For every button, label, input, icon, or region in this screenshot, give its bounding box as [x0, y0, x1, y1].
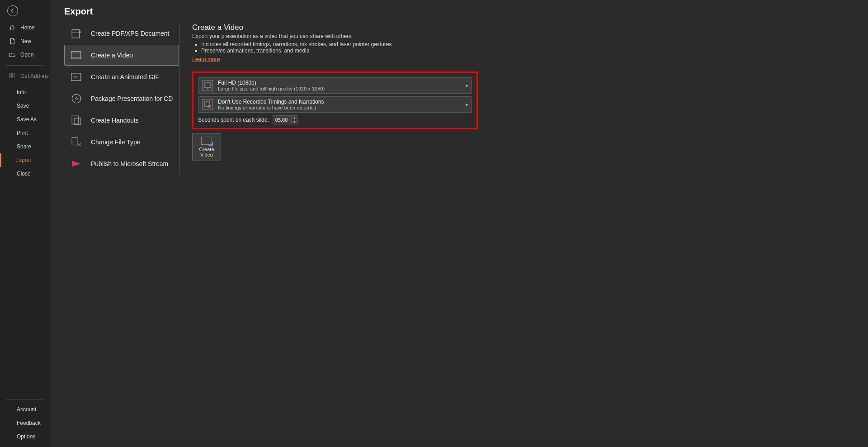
nav-label: Save	[17, 103, 29, 109]
pdf-icon	[70, 27, 83, 40]
left-nav: Home New Open Get Add-ins Info Save Save…	[0, 0, 50, 447]
page-title: Export	[64, 6, 868, 17]
nav-label: Export	[15, 157, 31, 163]
option-label: Create an Animated GIF	[91, 73, 159, 81]
svg-rect-1	[12, 73, 14, 75]
nav-options[interactable]: Options	[0, 430, 50, 443]
seconds-spinner[interactable]: ▲ ▼	[273, 115, 298, 124]
nav-label: Options	[17, 433, 35, 440]
timings-title: Don't Use Recorded Timings and Narration…	[218, 99, 324, 105]
svg-text:GIF: GIF	[73, 76, 78, 79]
nav-home[interactable]: Home	[0, 21, 50, 34]
nav-feedback[interactable]: Feedback	[0, 416, 50, 430]
spin-up[interactable]: ▲	[292, 116, 297, 120]
file-icon	[9, 38, 16, 44]
nav-account[interactable]: Account	[0, 403, 50, 416]
quality-dropdown[interactable]: Full HD (1080p) Large file size and full…	[198, 77, 472, 94]
timings-icon	[202, 99, 213, 110]
chevron-down-icon: ▾	[466, 83, 468, 88]
timings-dropdown[interactable]: Don't Use Recorded Timings and Narration…	[198, 96, 472, 113]
nav-save-as[interactable]: Save As	[0, 113, 50, 126]
option-label: Change File Type	[91, 138, 140, 146]
nav-share[interactable]: Share	[0, 140, 50, 153]
export-options-list: Create PDF/XPS Document Create a Video G…	[64, 23, 179, 174]
nav-print[interactable]: Print	[0, 126, 50, 140]
back-button[interactable]	[7, 5, 18, 16]
option-create-video[interactable]: Create a Video	[64, 45, 179, 66]
seconds-input[interactable]	[273, 117, 291, 123]
option-change-file-type[interactable]: Change File Type	[64, 132, 179, 152]
filetype-icon	[70, 136, 83, 148]
nav-new[interactable]: New	[0, 34, 50, 48]
nav-info[interactable]: Info	[0, 86, 50, 99]
svg-rect-3	[12, 76, 14, 78]
svg-rect-5	[71, 52, 81, 59]
quality-title: Full HD (1080p)	[218, 80, 325, 86]
nav-label: Print	[17, 130, 28, 136]
nav-open[interactable]: Open	[0, 48, 50, 62]
nav-label: Open	[20, 52, 33, 58]
option-package-cd[interactable]: Package Presentation for CD	[64, 88, 179, 109]
nav-get-addins[interactable]: Get Add-ins	[0, 69, 50, 83]
quality-sub: Large file size and full high quality (1…	[218, 86, 325, 91]
nav-export[interactable]: Export	[0, 153, 50, 167]
option-create-handouts[interactable]: Create Handouts	[64, 110, 179, 131]
learn-more-link[interactable]: Learn more	[192, 56, 220, 62]
nav-label: Share	[17, 143, 31, 150]
create-video-label-1: Create	[199, 147, 214, 152]
home-icon	[9, 24, 16, 31]
nav-label: Close	[17, 171, 31, 177]
nav-label: New	[20, 38, 31, 44]
option-label: Create Handouts	[91, 117, 139, 124]
cd-icon	[70, 92, 83, 105]
gif-icon: GIF	[70, 71, 83, 83]
seconds-row: Seconds spent on each slide: ▲ ▼	[198, 115, 472, 124]
seconds-label: Seconds spent on each slide:	[198, 117, 269, 123]
nav-close[interactable]: Close	[0, 167, 50, 181]
handouts-icon	[70, 114, 83, 127]
section-title: Create a Video	[192, 23, 850, 32]
nav-separator	[6, 65, 43, 66]
vertical-divider	[179, 23, 179, 174]
feature-item: Preserves animations, transitions, and m…	[201, 48, 850, 54]
svg-point-9	[75, 98, 78, 100]
feature-item: Includes all recorded timings, narration…	[201, 41, 850, 48]
option-label: Create a Video	[91, 52, 133, 59]
svg-marker-13	[72, 161, 81, 167]
create-video-button[interactable]: Create Video	[192, 133, 221, 161]
nav-label: Save As	[17, 116, 37, 123]
chevron-down-icon: ▾	[466, 102, 468, 107]
svg-rect-12	[72, 138, 78, 145]
monitor-icon	[202, 80, 213, 91]
option-label: Package Presentation for CD	[91, 95, 173, 102]
create-video-icon	[201, 137, 212, 145]
option-publish-stream[interactable]: Publish to Microsoft Stream	[64, 153, 179, 174]
nav-label: Home	[20, 24, 35, 31]
svg-rect-10	[72, 116, 79, 124]
svg-rect-0	[9, 73, 11, 75]
svg-rect-2	[9, 76, 11, 78]
option-label: Create PDF/XPS Document	[91, 30, 170, 37]
option-label: Publish to Microsoft Stream	[91, 160, 168, 167]
create-video-label-2: Video	[200, 152, 213, 157]
nav-separator	[6, 399, 43, 400]
timings-sub: No timings or narrations have been recor…	[218, 105, 324, 110]
arrow-left-icon	[10, 8, 15, 14]
svg-rect-14	[204, 83, 211, 87]
nav-label: Account	[17, 406, 36, 413]
section-subtitle: Export your presentation as a video that…	[192, 33, 850, 39]
detail-panel: Create a Video Export your presentation …	[192, 23, 868, 174]
svg-point-8	[72, 94, 81, 103]
nav-save[interactable]: Save	[0, 99, 50, 113]
addins-icon	[9, 73, 16, 79]
folder-open-icon	[9, 52, 16, 58]
nav-label: Feedback	[17, 420, 41, 426]
option-create-pdf[interactable]: Create PDF/XPS Document	[64, 23, 179, 44]
spin-down[interactable]: ▼	[292, 120, 297, 124]
option-create-gif[interactable]: GIF Create an Animated GIF	[64, 67, 179, 87]
nav-label: Get Add-ins	[20, 73, 49, 79]
video-icon	[70, 49, 83, 62]
main-panel: Export Create PDF/XPS Document Create a …	[50, 0, 868, 447]
feature-list: Includes all recorded timings, narration…	[201, 41, 850, 54]
stream-icon	[70, 157, 83, 170]
